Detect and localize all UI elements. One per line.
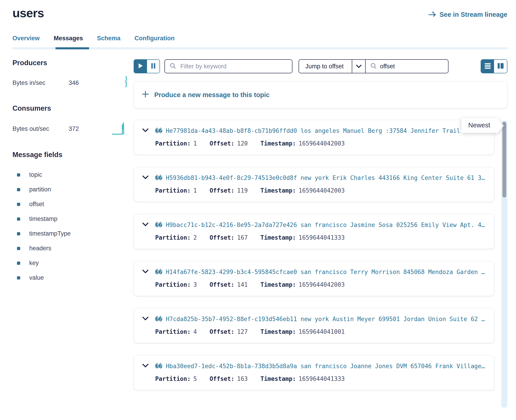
timestamp-meta: Timestamp:1659644042003: [261, 140, 345, 147]
square-bullet-icon: [17, 173, 20, 177]
message-key[interactable]: �� H7cda825b-35b7-4952-88ef-c193d546eb11…: [155, 316, 485, 322]
producers-heading: Producers: [12, 59, 134, 67]
play-icon: [138, 63, 143, 70]
offset-meta: Offset:141: [209, 281, 248, 288]
timestamp-value: 1659644041333: [299, 375, 345, 382]
timestamp-meta: Timestamp:1659644042003: [261, 187, 345, 194]
message-key[interactable]: �� He77981da-4a43-48ab-b8f8-cb71b96ffdd0…: [155, 128, 485, 134]
timestamp-value: 1659644041001: [299, 328, 345, 335]
timestamp-value: 1659644042003: [299, 140, 345, 147]
offset-value: 127: [237, 328, 248, 335]
message-fields-list: topic partition offset timestamp timesta…: [12, 167, 134, 285]
offset-search-value: offset: [380, 63, 395, 70]
list-view-button[interactable]: [481, 60, 494, 73]
timestamp-value: 1659644042003: [299, 281, 345, 288]
page-title: users: [12, 6, 44, 20]
offset-value: 163: [237, 375, 248, 382]
bytes-in-label: Bytes in/sec: [12, 79, 69, 86]
field-item-timestamp: timestamp: [12, 212, 134, 226]
dashed-arrow-icon: [429, 11, 436, 18]
square-bullet-icon: [17, 262, 20, 265]
chevron-down-icon[interactable]: [142, 316, 149, 322]
bytes-in-sparkline: [123, 75, 129, 90]
timestamp-label: Timestamp:: [261, 281, 296, 288]
offset-meta: Offset:120: [209, 140, 248, 147]
view-mode-toggle: [481, 59, 507, 73]
field-label: timestampType: [29, 230, 71, 237]
offset-meta: Offset:119: [209, 187, 248, 194]
field-label: topic: [29, 171, 42, 178]
partition-meta: Partition:2: [155, 234, 197, 241]
chevron-down-icon[interactable]: [142, 363, 149, 369]
partition-meta: Partition:3: [155, 281, 197, 288]
bytes-out-metric: Bytes out/sec 372: [12, 121, 134, 137]
offset-value: 119: [237, 187, 248, 194]
partition-label: Partition:: [155, 187, 191, 194]
message-row[interactable]: �� Hba30eed7-1edc-452b-8b1a-738d3b5d8a9a…: [134, 355, 494, 390]
messages-panel: Filter by keyword Jump to offset: [134, 59, 507, 402]
offset-meta: Offset:167: [209, 234, 248, 241]
chevron-down-icon[interactable]: [142, 128, 149, 134]
column-view-button[interactable]: [494, 60, 507, 73]
newest-tooltip-label: Newest: [468, 121, 490, 129]
column-view-icon: [497, 63, 504, 70]
bytes-out-label: Bytes out/sec: [12, 125, 69, 132]
field-label: timestamp: [29, 215, 58, 222]
field-item-offset: offset: [12, 197, 134, 212]
chevron-down-icon[interactable]: [142, 269, 149, 275]
partition-label: Partition:: [155, 375, 191, 382]
tab-overview[interactable]: Overview: [12, 35, 40, 47]
pause-icon: [151, 63, 156, 70]
message-row[interactable]: �� H9bacc71c-b12c-4216-8e95-2a7da727e426…: [134, 214, 494, 249]
bytes-in-metric: Bytes in/sec 346: [12, 75, 134, 90]
partition-value: 1: [193, 187, 197, 194]
message-row[interactable]: �� H5936db81-b943-4e0f-8c29-74513e0c0d8f…: [134, 167, 494, 202]
chevron-down-icon[interactable]: [142, 222, 149, 228]
messages-list: Newest �� He77981da-4a43-48ab-b8f8-cb71b…: [134, 120, 507, 390]
pause-button[interactable]: [147, 60, 160, 73]
field-item-timestampType: timestampType: [12, 226, 134, 241]
partition-value: 4: [193, 328, 197, 335]
message-row[interactable]: �� He77981da-4a43-48ab-b8f8-cb71b96ffdd0…: [134, 120, 494, 155]
chevron-down-icon[interactable]: [142, 175, 149, 180]
message-key[interactable]: �� Hba30eed7-1edc-452b-8b1a-738d3b5d8a9a…: [155, 363, 485, 369]
play-button[interactable]: [134, 60, 147, 73]
bytes-out-sparkline: [112, 121, 129, 137]
scrollbar-track[interactable]: [501, 120, 507, 408]
offset-value: 120: [237, 140, 248, 147]
tab-underline-track: [12, 47, 507, 49]
partition-meta: Partition:5: [155, 375, 197, 382]
partition-label: Partition:: [155, 281, 191, 288]
timestamp-meta: Timestamp:1659644041001: [261, 328, 345, 335]
message-row[interactable]: �� H14fa67fe-5823-4299-b3c4-595845cfcae0…: [134, 261, 494, 296]
stream-lineage-link[interactable]: See in Stream lineage: [429, 11, 507, 18]
sidebar: Producers Bytes in/sec 346 Consumers Byt…: [12, 59, 134, 402]
partition-meta: Partition:4: [155, 328, 197, 335]
produce-message-button[interactable]: Produce a new message to this topic: [134, 82, 507, 108]
message-fields-heading: Message fields: [12, 151, 134, 159]
message-key[interactable]: �� H9bacc71c-b12c-4216-8e95-2a7da727e426…: [155, 222, 485, 228]
offset-search-input[interactable]: offset: [365, 59, 448, 73]
message-row[interactable]: �� H7cda825b-35b7-4952-88ef-c193d546eb11…: [134, 308, 494, 343]
tab-configuration[interactable]: Configuration: [135, 35, 175, 47]
message-key[interactable]: �� H5936db81-b943-4e0f-8c29-74513e0c0d8f…: [155, 174, 485, 181]
timestamp-label: Timestamp:: [261, 234, 296, 241]
field-label: headers: [29, 245, 51, 252]
field-item-partition: partition: [12, 182, 134, 197]
jump-to-offset-select[interactable]: Jump to offset: [299, 59, 366, 73]
field-label: key: [29, 260, 39, 267]
tab-bar: Overview Messages Schema Configuration: [12, 35, 507, 47]
message-key[interactable]: �� H14fa67fe-5823-4299-b3c4-595845cfcae0…: [155, 269, 485, 275]
filter-keyword-input[interactable]: Filter by keyword: [164, 59, 293, 73]
field-label: offset: [29, 201, 44, 208]
square-bullet-icon: [17, 232, 20, 235]
tab-messages[interactable]: Messages: [54, 35, 83, 47]
field-item-key: key: [12, 256, 134, 270]
field-item-value: value: [12, 270, 134, 285]
stream-lineage-label: See in Stream lineage: [439, 11, 507, 18]
square-bullet-icon: [17, 247, 20, 250]
offset-value: 167: [237, 234, 248, 241]
newest-tooltip: Newest: [462, 118, 497, 133]
field-label: partition: [29, 186, 51, 193]
tab-schema[interactable]: Schema: [97, 35, 121, 47]
